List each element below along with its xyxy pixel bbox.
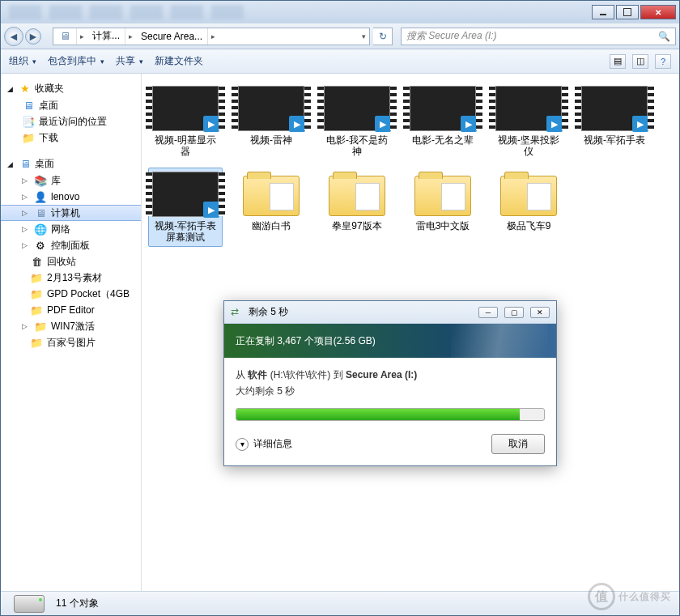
dialog-titlebar[interactable]: ⇄ 剩余 5 秒 ─ ▢ ✕ (224, 301, 556, 324)
header-shine (451, 324, 548, 358)
breadcrumb[interactable]: 🖥 ▸ 计算... ▸ Secure Area... ▸ ▾ (53, 28, 370, 45)
desktop-header[interactable]: ◢ 🖥 桌面 (1, 155, 141, 172)
folder-icon: 📁 (30, 287, 43, 300)
drive-icon (14, 595, 45, 613)
film-icon: ▶ (203, 116, 219, 132)
network-icon: 🌐 (34, 223, 47, 236)
sidebar-item-baijia[interactable]: 📁百家号图片 (1, 334, 141, 350)
sidebar-item-computer[interactable]: ▷🖥计算机 (1, 205, 141, 221)
sidebar-item-win7[interactable]: ▷📁WIN7激活 (1, 318, 141, 334)
folder-thumb (410, 172, 476, 217)
sidebar-item-desktop[interactable]: 🖥桌面 (1, 97, 141, 113)
file-item[interactable]: ▶视频-军拓手表 (577, 82, 652, 161)
video-thumb: ▶ (495, 86, 562, 131)
star-icon: ★ (19, 83, 32, 96)
video-thumb: ▶ (324, 86, 390, 131)
search-placeholder: 搜索 Secure Area (I:) (406, 29, 497, 43)
dialog-header: 正在复制 3,467 个项目(2.56 GB) (224, 324, 556, 358)
expand-icon: ◢ (7, 85, 15, 93)
file-item[interactable]: 雷电3中文版 (406, 168, 480, 247)
search-input[interactable]: 搜索 Secure Area (I:) 🔍 (401, 28, 676, 45)
desktop-label: 桌面 (35, 157, 54, 171)
sidebar-item-library[interactable]: ▷📚库 (1, 172, 141, 189)
bc-computer[interactable]: 计算... (87, 28, 125, 45)
refresh-button[interactable]: ↻ (373, 28, 393, 45)
statusbar: 11 个对象 (1, 591, 679, 615)
file-item[interactable]: ▶电影-无名之辈 (406, 82, 480, 161)
expand-details-button[interactable]: ▾ (236, 438, 249, 451)
include-menu[interactable]: 包含到库中 (48, 54, 104, 68)
desktop-icon: 🖥 (19, 158, 32, 171)
sidebar-item-lenovo[interactable]: ▷👤lenovo (1, 189, 141, 205)
sidebar-item-gpd[interactable]: 📁GPD Pocket（4GB (1, 286, 141, 302)
file-item[interactable]: ▶视频-雷神 (234, 82, 308, 161)
file-item[interactable]: 极品飞车9 (491, 168, 566, 247)
nav-back-forward: ◄ ► (4, 26, 49, 47)
file-label: 视频-坚果投影仪 (495, 134, 562, 157)
titlebar (1, 1, 679, 23)
dialog-title: 剩余 5 秒 (249, 305, 288, 319)
sidebar-item-pdf[interactable]: 📁PDF Editor (1, 302, 141, 318)
file-item[interactable]: ▶视频-坚果投影仪 (491, 82, 566, 161)
close-button[interactable] (640, 5, 676, 19)
sidebar-item-downloads[interactable]: 📁下载 (1, 130, 141, 146)
share-menu[interactable]: 共享 (116, 54, 143, 68)
dialog-close[interactable]: ✕ (530, 307, 550, 318)
sidebar-item-recent[interactable]: 📑最近访问的位置 (1, 113, 141, 130)
copy-dialog: ⇄ 剩余 5 秒 ─ ▢ ✕ 正在复制 3,467 个项目(2.56 GB) 从… (223, 300, 557, 466)
computer-icon: 🖥 (34, 206, 47, 219)
file-item[interactable]: 幽游白书 (234, 168, 308, 247)
film-icon: ▶ (203, 202, 219, 218)
file-item[interactable]: 拳皇97版本 (320, 168, 394, 247)
minimize-button[interactable] (592, 5, 614, 19)
file-item[interactable]: ▶视频-军拓手表屏幕测试 (148, 168, 223, 247)
dialog-maximize[interactable]: ▢ (504, 307, 524, 318)
help-button[interactable]: ? (655, 54, 671, 69)
items-grid: ▶视频-明基显示器▶视频-雷神▶电影-我不是药神▶电影-无名之辈▶视频-坚果投影… (148, 82, 673, 247)
film-icon: ▶ (289, 116, 305, 132)
sidebar-item-network[interactable]: ▷🌐网络 (1, 221, 141, 237)
organize-menu[interactable]: 组织 (9, 54, 36, 68)
forward-button[interactable]: ► (25, 28, 41, 45)
dialog-controls: ─ ▢ ✕ (478, 307, 550, 318)
details-label[interactable]: 详细信息 (253, 437, 292, 451)
watermark: 值 什么值得买 (588, 583, 671, 610)
preview-button[interactable]: ◫ (632, 54, 648, 69)
newfolder-button[interactable]: 新建文件夹 (155, 54, 203, 68)
downloads-icon: 📁 (22, 131, 35, 144)
file-item[interactable]: ▶视频-明基显示器 (148, 82, 223, 161)
dialog-footer: ▾ 详细信息 取消 (236, 434, 545, 454)
sidebar: ◢ ★ 收藏夹 🖥桌面 📑最近访问的位置 📁下载 ◢ 🖥 桌面 ▷📚库 ▷👤le… (1, 74, 142, 592)
folder-icon: 📁 (30, 271, 43, 284)
maximize-button[interactable] (616, 5, 639, 19)
video-thumb: ▶ (410, 86, 476, 131)
file-label: 幽游白书 (252, 220, 291, 232)
file-item[interactable]: ▶电影-我不是药神 (320, 82, 394, 161)
video-thumb: ▶ (152, 86, 219, 131)
bc-dropdown[interactable]: ▾ (359, 32, 369, 40)
video-thumb: ▶ (152, 172, 219, 217)
cancel-button[interactable]: 取消 (491, 434, 545, 454)
desktop-icon: 🖥 (22, 99, 35, 112)
user-icon: 👤 (34, 190, 47, 203)
progress-bar (236, 408, 545, 421)
folder-icon: 📁 (30, 336, 43, 349)
bc-sep: ▸ (77, 32, 87, 40)
sidebar-item-control[interactable]: ▷⚙控制面板 (1, 237, 141, 253)
dialog-minimize[interactable]: ─ (478, 307, 498, 318)
navbar: ◄ ► 🖥 ▸ 计算... ▸ Secure Area... ▸ ▾ ↻ 搜索 … (1, 23, 679, 49)
film-icon: ▶ (461, 116, 477, 132)
favorites-header[interactable]: ◢ ★ 收藏夹 (1, 80, 141, 97)
bc-drive[interactable]: Secure Area... (136, 28, 208, 45)
file-label: 视频-军拓手表屏幕测试 (152, 220, 219, 243)
back-button[interactable]: ◄ (4, 27, 23, 46)
film-icon: ▶ (546, 116, 563, 132)
sidebar-item-feb13[interactable]: 📁2月13号素材 (1, 270, 141, 286)
sidebar-item-recycle[interactable]: 🗑回收站 (1, 253, 141, 270)
desktop-group: ◢ 🖥 桌面 ▷📚库 ▷👤lenovo ▷🖥计算机 ▷🌐网络 ▷⚙控制面板 🗑回… (1, 155, 141, 350)
view-button[interactable]: ▤ (610, 54, 626, 69)
expand-icon: ◢ (7, 160, 15, 168)
bc-root[interactable]: 🖥 (53, 28, 77, 45)
file-label: 极品飞车9 (507, 220, 551, 232)
window-controls (592, 5, 676, 19)
